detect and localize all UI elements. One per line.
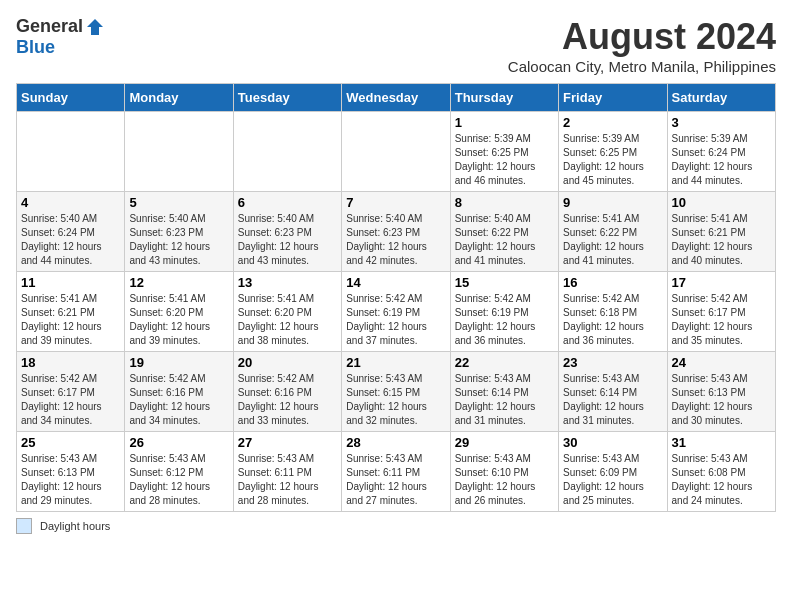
day-number: 21 [346, 355, 445, 370]
calendar-cell: 9Sunrise: 5:41 AM Sunset: 6:22 PM Daylig… [559, 192, 667, 272]
day-info: Sunrise: 5:41 AM Sunset: 6:20 PM Dayligh… [129, 292, 228, 348]
day-number: 9 [563, 195, 662, 210]
subtitle: Caloocan City, Metro Manila, Philippines [508, 58, 776, 75]
calendar-cell: 23Sunrise: 5:43 AM Sunset: 6:14 PM Dayli… [559, 352, 667, 432]
day-info: Sunrise: 5:40 AM Sunset: 6:23 PM Dayligh… [238, 212, 337, 268]
calendar-week-row: 4Sunrise: 5:40 AM Sunset: 6:24 PM Daylig… [17, 192, 776, 272]
day-info: Sunrise: 5:42 AM Sunset: 6:18 PM Dayligh… [563, 292, 662, 348]
calendar-cell: 7Sunrise: 5:40 AM Sunset: 6:23 PM Daylig… [342, 192, 450, 272]
calendar-cell: 20Sunrise: 5:42 AM Sunset: 6:16 PM Dayli… [233, 352, 341, 432]
footer: Daylight hours [16, 518, 776, 534]
logo-general-text: General [16, 16, 83, 37]
day-info: Sunrise: 5:42 AM Sunset: 6:17 PM Dayligh… [21, 372, 120, 428]
page-header: General Blue August 2024 Caloocan City, … [16, 16, 776, 75]
calendar-day-header-sunday: Sunday [17, 84, 125, 112]
calendar-cell: 24Sunrise: 5:43 AM Sunset: 6:13 PM Dayli… [667, 352, 775, 432]
title-area: August 2024 Caloocan City, Metro Manila,… [508, 16, 776, 75]
calendar-cell [342, 112, 450, 192]
day-info: Sunrise: 5:43 AM Sunset: 6:13 PM Dayligh… [21, 452, 120, 508]
day-info: Sunrise: 5:41 AM Sunset: 6:21 PM Dayligh… [21, 292, 120, 348]
day-info: Sunrise: 5:42 AM Sunset: 6:16 PM Dayligh… [238, 372, 337, 428]
day-number: 20 [238, 355, 337, 370]
day-info: Sunrise: 5:41 AM Sunset: 6:22 PM Dayligh… [563, 212, 662, 268]
day-number: 26 [129, 435, 228, 450]
day-info: Sunrise: 5:43 AM Sunset: 6:11 PM Dayligh… [346, 452, 445, 508]
day-number: 3 [672, 115, 771, 130]
day-number: 12 [129, 275, 228, 290]
day-number: 11 [21, 275, 120, 290]
calendar-cell: 2Sunrise: 5:39 AM Sunset: 6:25 PM Daylig… [559, 112, 667, 192]
calendar-week-row: 18Sunrise: 5:42 AM Sunset: 6:17 PM Dayli… [17, 352, 776, 432]
day-number: 22 [455, 355, 554, 370]
calendar-cell: 29Sunrise: 5:43 AM Sunset: 6:10 PM Dayli… [450, 432, 558, 512]
day-number: 27 [238, 435, 337, 450]
calendar-cell [233, 112, 341, 192]
calendar-header-row: SundayMondayTuesdayWednesdayThursdayFrid… [17, 84, 776, 112]
footer-color-box [16, 518, 32, 534]
calendar-cell: 27Sunrise: 5:43 AM Sunset: 6:11 PM Dayli… [233, 432, 341, 512]
day-number: 29 [455, 435, 554, 450]
calendar-cell: 15Sunrise: 5:42 AM Sunset: 6:19 PM Dayli… [450, 272, 558, 352]
day-number: 13 [238, 275, 337, 290]
calendar-cell [125, 112, 233, 192]
day-info: Sunrise: 5:39 AM Sunset: 6:24 PM Dayligh… [672, 132, 771, 188]
day-info: Sunrise: 5:40 AM Sunset: 6:23 PM Dayligh… [346, 212, 445, 268]
calendar-cell: 30Sunrise: 5:43 AM Sunset: 6:09 PM Dayli… [559, 432, 667, 512]
calendar-day-header-tuesday: Tuesday [233, 84, 341, 112]
calendar-cell: 10Sunrise: 5:41 AM Sunset: 6:21 PM Dayli… [667, 192, 775, 272]
day-info: Sunrise: 5:43 AM Sunset: 6:09 PM Dayligh… [563, 452, 662, 508]
day-info: Sunrise: 5:43 AM Sunset: 6:11 PM Dayligh… [238, 452, 337, 508]
day-number: 24 [672, 355, 771, 370]
day-info: Sunrise: 5:42 AM Sunset: 6:17 PM Dayligh… [672, 292, 771, 348]
calendar-cell: 25Sunrise: 5:43 AM Sunset: 6:13 PM Dayli… [17, 432, 125, 512]
day-info: Sunrise: 5:43 AM Sunset: 6:14 PM Dayligh… [455, 372, 554, 428]
day-number: 18 [21, 355, 120, 370]
day-number: 19 [129, 355, 228, 370]
day-number: 1 [455, 115, 554, 130]
calendar-cell: 8Sunrise: 5:40 AM Sunset: 6:22 PM Daylig… [450, 192, 558, 272]
day-info: Sunrise: 5:43 AM Sunset: 6:12 PM Dayligh… [129, 452, 228, 508]
day-number: 28 [346, 435, 445, 450]
calendar-cell: 21Sunrise: 5:43 AM Sunset: 6:15 PM Dayli… [342, 352, 450, 432]
day-info: Sunrise: 5:42 AM Sunset: 6:19 PM Dayligh… [455, 292, 554, 348]
logo: General Blue [16, 16, 105, 58]
calendar-week-row: 11Sunrise: 5:41 AM Sunset: 6:21 PM Dayli… [17, 272, 776, 352]
day-number: 2 [563, 115, 662, 130]
calendar-cell: 18Sunrise: 5:42 AM Sunset: 6:17 PM Dayli… [17, 352, 125, 432]
day-info: Sunrise: 5:39 AM Sunset: 6:25 PM Dayligh… [455, 132, 554, 188]
calendar-cell: 12Sunrise: 5:41 AM Sunset: 6:20 PM Dayli… [125, 272, 233, 352]
calendar-cell: 1Sunrise: 5:39 AM Sunset: 6:25 PM Daylig… [450, 112, 558, 192]
calendar-cell: 5Sunrise: 5:40 AM Sunset: 6:23 PM Daylig… [125, 192, 233, 272]
calendar-cell: 22Sunrise: 5:43 AM Sunset: 6:14 PM Dayli… [450, 352, 558, 432]
day-info: Sunrise: 5:41 AM Sunset: 6:20 PM Dayligh… [238, 292, 337, 348]
day-number: 6 [238, 195, 337, 210]
calendar-cell: 3Sunrise: 5:39 AM Sunset: 6:24 PM Daylig… [667, 112, 775, 192]
day-number: 7 [346, 195, 445, 210]
logo-blue-text: Blue [16, 37, 55, 58]
day-number: 17 [672, 275, 771, 290]
calendar-cell: 19Sunrise: 5:42 AM Sunset: 6:16 PM Dayli… [125, 352, 233, 432]
calendar-cell: 11Sunrise: 5:41 AM Sunset: 6:21 PM Dayli… [17, 272, 125, 352]
logo-icon [85, 17, 105, 37]
day-info: Sunrise: 5:43 AM Sunset: 6:14 PM Dayligh… [563, 372, 662, 428]
day-info: Sunrise: 5:42 AM Sunset: 6:19 PM Dayligh… [346, 292, 445, 348]
day-number: 14 [346, 275, 445, 290]
calendar-cell: 6Sunrise: 5:40 AM Sunset: 6:23 PM Daylig… [233, 192, 341, 272]
calendar-day-header-monday: Monday [125, 84, 233, 112]
calendar-cell: 13Sunrise: 5:41 AM Sunset: 6:20 PM Dayli… [233, 272, 341, 352]
day-info: Sunrise: 5:43 AM Sunset: 6:15 PM Dayligh… [346, 372, 445, 428]
day-number: 4 [21, 195, 120, 210]
calendar-day-header-thursday: Thursday [450, 84, 558, 112]
day-number: 5 [129, 195, 228, 210]
day-info: Sunrise: 5:39 AM Sunset: 6:25 PM Dayligh… [563, 132, 662, 188]
day-number: 8 [455, 195, 554, 210]
calendar-day-header-saturday: Saturday [667, 84, 775, 112]
calendar-table: SundayMondayTuesdayWednesdayThursdayFrid… [16, 83, 776, 512]
day-number: 23 [563, 355, 662, 370]
footer-label: Daylight hours [40, 520, 110, 532]
calendar-week-row: 25Sunrise: 5:43 AM Sunset: 6:13 PM Dayli… [17, 432, 776, 512]
calendar-cell: 28Sunrise: 5:43 AM Sunset: 6:11 PM Dayli… [342, 432, 450, 512]
calendar-cell: 16Sunrise: 5:42 AM Sunset: 6:18 PM Dayli… [559, 272, 667, 352]
svg-marker-0 [87, 19, 103, 35]
calendar-day-header-friday: Friday [559, 84, 667, 112]
